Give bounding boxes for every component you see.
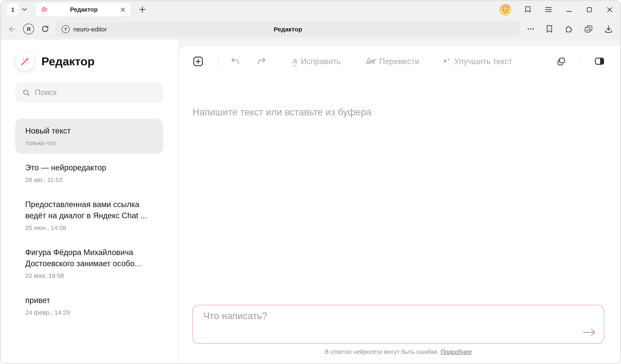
improve-button[interactable]: Улучшить текст [442,56,512,66]
fix-button[interactable]: а Исправить [293,56,341,66]
search-box[interactable] [15,82,163,103]
toolbar-divider [580,56,580,66]
search-input[interactable] [35,88,156,97]
bookmark-icon[interactable] [546,25,553,33]
yandex-logo-icon[interactable]: Я [23,24,34,34]
page-title: Редактор [55,25,520,32]
list-item[interactable]: Это — нейроредактор 26 авг., 11:53 [15,156,163,190]
undo-icon[interactable] [231,57,240,65]
list-item-title: Фигура Фёдора Михайловича Достоевского з… [25,247,153,269]
add-document-icon[interactable] [192,56,204,67]
fix-icon: а [293,56,297,66]
toolbar-divider [218,56,218,66]
send-arrow-icon[interactable] [581,327,597,337]
list-item-meta: 26 авг., 11:53 [25,176,153,183]
maximize-icon[interactable] [586,6,593,14]
list-item[interactable]: Предоставленная вами ссылка ведёт на диа… [15,192,163,238]
minimize-icon[interactable] [565,6,573,14]
window-close-icon[interactable] [606,6,614,14]
pen-scribble-icon [41,6,49,13]
copy-icon[interactable] [556,56,566,66]
url-bar[interactable]: Y neuro-editor Редактор [55,21,520,37]
magic-wand-icon [15,52,34,71]
sparkles-icon [442,57,450,65]
list-item-title: Новый текст [25,125,153,136]
tab-strip: 1 Редактор [1,1,620,18]
prompt-area: В ответах нейросети могут быть ошибки. П… [192,304,604,355]
site-icon: Y [62,25,69,33]
tab-counter[interactable]: 1 [7,3,27,16]
back-icon[interactable] [7,25,16,33]
url-text[interactable]: neuro-editor [73,25,107,32]
menu-icon[interactable] [544,5,553,14]
list-item-title: привет [25,295,153,306]
sidebar: Редактор Новый текст только что Это — не… [1,40,178,363]
browser-window: 1 Редактор [0,0,621,364]
fix-label: Исправить [301,56,341,66]
app-brand: Редактор [15,52,178,71]
disclaimer-link[interactable]: Подробнее [441,348,472,355]
sidebar-toggle-icon[interactable] [594,57,604,65]
translate-label: Перевести [379,56,419,66]
tab-title: Редактор [49,6,119,13]
reload-icon[interactable] [41,25,49,33]
list-item-meta: 25 июн., 14:08 [25,224,153,231]
list-item-meta: 24 февр., 14:29 [25,309,153,316]
translate-icon: ба [366,57,376,65]
more-icon[interactable] [527,28,535,30]
tab-count-badge[interactable]: 1 [7,3,19,16]
screenshot: 1 Редактор [0,0,621,364]
tab-close-icon[interactable] [119,6,126,13]
redo-icon[interactable] [257,57,266,65]
list-item-title: Это — нейроредактор [25,162,153,173]
prompt-box[interactable] [192,304,604,344]
list-item-title: Предоставленная вами ссылка ведёт на диа… [25,199,153,221]
document-list: Новый текст только что Это — нейроредакт… [15,119,163,323]
app-content: Редактор Новый текст только что Это — не… [1,40,620,363]
list-item-meta: 22 мая, 19:58 [25,272,153,279]
bookmarks-panel-icon[interactable] [524,5,532,14]
editor-toolbar: а Исправить ба Перевести Улучшить текст [178,52,620,70]
prompt-input[interactable] [193,305,604,343]
disclaimer: В ответах нейросети могут быть ошибки. П… [192,348,604,355]
address-bar: Я Y neuro-editor Редактор [1,18,620,40]
app-title: Редактор [41,55,95,68]
profile-avatar[interactable] [499,3,511,16]
disclaimer-text: В ответах нейросети могут быть ошибки. [325,348,439,355]
editor-area: а Исправить ба Перевести Улучшить текст [178,40,620,363]
list-item[interactable]: привет 24 февр., 14:29 [15,288,163,323]
tab-active[interactable]: Редактор [35,3,130,16]
editor-canvas[interactable]: Напишите текст или вставьте из буфера [192,107,620,118]
list-item-meta: только что [25,139,153,146]
translate-button[interactable]: ба Перевести [366,56,419,66]
list-item[interactable]: Фигура Фёдора Михайловича Достоевского з… [15,240,163,286]
list-item-new-text[interactable]: Новый текст только что [15,119,163,154]
search-icon [22,89,30,96]
chevron-down-icon[interactable] [22,8,27,11]
editor-panel: а Исправить ба Перевести Улучшить текст [178,45,620,363]
download-icon[interactable] [604,25,613,33]
collections-icon[interactable] [584,25,593,33]
improve-label: Улучшить текст [454,56,512,66]
extensions-icon[interactable] [564,25,573,33]
new-tab-button[interactable] [138,5,147,14]
